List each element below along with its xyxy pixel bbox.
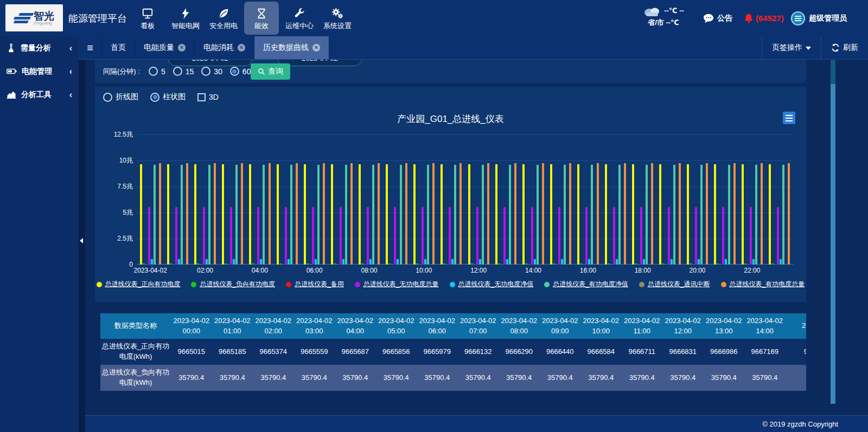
legend-item-总进线仪表_无功电度总量[interactable]: 总进线仪表_无功电度总量 — [355, 280, 439, 289]
area-chart-icon — [7, 91, 16, 99]
alarm-button[interactable]: (64527) — [744, 0, 784, 36]
bar-总进线仪表_有功电度总量 — [624, 163, 626, 265]
tab-首页[interactable]: 首页 — [102, 36, 135, 59]
search-button[interactable]: 查询 — [251, 63, 290, 80]
bar-总进线仪表_正向有功电度 — [222, 164, 224, 265]
table-header-time: 2023-04-0210:00 — [580, 313, 622, 339]
sidebar-collapse-handle[interactable] — [80, 238, 83, 243]
bar-总进线仪表_正向有功电度 — [550, 164, 552, 265]
legend-item-总进线仪表_负向有功电度[interactable]: 总进线仪表_负向有功电度 — [191, 280, 275, 289]
bar-总进线仪表_无功电度净值 — [588, 259, 590, 265]
bar-总进线仪表_无功电度总量 — [695, 207, 697, 265]
chevron-left-icon: ‹ — [69, 67, 72, 76]
nav-item-system-settings[interactable]: 系统设置 — [320, 0, 355, 36]
bar-总进线仪表_无功电度总量 — [585, 207, 588, 265]
bar-总进线仪表_有功电度净值 — [208, 165, 210, 265]
gears-icon — [331, 8, 343, 20]
tab-历史数据曲线[interactable]: 历史数据曲线✕ — [254, 36, 329, 59]
refresh-label: 刷新 — [843, 43, 858, 53]
bar-总进线仪表_负向有功电度 — [388, 263, 391, 265]
end-date-input[interactable]: 2023-04-02 — [278, 60, 362, 66]
bar-总进线仪表_无功电度总量 — [367, 207, 369, 265]
tab-电能质量[interactable]: 电能质量✕ — [135, 36, 195, 59]
sidebar-item-analysis-tools[interactable]: 分析工具‹ — [0, 83, 79, 106]
sidebar-item-demand-analysis[interactable]: 需量分析‹ — [0, 36, 79, 60]
chart-y-axis: 02.5兆5兆7.5兆10兆12.5兆 — [95, 134, 133, 265]
table-header-time: 2023-04-0206:00 — [417, 313, 458, 339]
bar-总进线仪表_有功电度总量 — [597, 163, 599, 265]
interval-radio-5[interactable]: 5 — [149, 67, 165, 76]
bar-总进线仪表_无功电度总量 — [175, 207, 177, 265]
refresh-button[interactable]: 刷新 — [821, 36, 868, 59]
chart-context-menu-button[interactable] — [783, 112, 795, 124]
interval-radio-60[interactable]: 60 — [230, 67, 251, 76]
legend-label: 总进线仪表_无功电度总量 — [363, 280, 439, 289]
bar-总进线仪表_负向有功电度 — [690, 263, 692, 265]
nav-item-energy-efficiency[interactable]: 能效 — [244, 2, 279, 35]
tab-电能消耗[interactable]: 电能消耗✕ — [195, 36, 254, 59]
table-header-time: 2023-04-0214:00 — [744, 313, 786, 339]
sidebar-item-energy-management[interactable]: 电能管理‹ — [0, 60, 79, 83]
vertical-scrollbar[interactable] — [831, 60, 835, 404]
legend-dot-icon — [721, 282, 726, 287]
table-cell-value: 35790.4 — [253, 365, 294, 391]
chart-panel: 折线图 柱状图 3D 产业园_G01_总进线_仪表 02.5兆5兆7.5兆10兆… — [95, 87, 806, 302]
bar-总进线仪表_无功电度总量 — [476, 207, 478, 265]
bar-总进线仪表_负向有功电度 — [608, 263, 610, 265]
chart-legend: 总进线仪表_正向有功电度总进线仪表_负向有功电度总进线仪表_备用总进线仪表_无功… — [95, 280, 806, 289]
legend-label: 总进线仪表_正向有功电度 — [105, 280, 181, 289]
nav-item-safe-power[interactable]: 安全用电 — [206, 0, 241, 36]
weather-widget: --℃ -- 省/市 --℃ — [634, 4, 693, 29]
x-axis-tick: 14:00 — [509, 267, 558, 274]
interval-radio-15[interactable]: 15 — [173, 67, 194, 76]
legend-item-总进线仪表_有功电度净值[interactable]: 总进线仪表_有功电度净值 — [544, 280, 628, 289]
table-header-time: 2023-04-0204:00 — [335, 313, 376, 339]
tab-menu-icon[interactable]: ≡ — [79, 36, 102, 59]
interval-value: 60 — [242, 67, 251, 76]
table-header-time: 2023-04-0208:00 — [499, 313, 540, 339]
legend-item-总进线仪表_有功电度总量[interactable]: 总进线仪表_有功电度总量 — [721, 280, 805, 289]
bar-总进线仪表_有功电度总量 — [706, 163, 708, 265]
legend-item-总进线仪表_备用[interactable]: 总进线仪表_备用 — [286, 280, 344, 289]
interval-radio-30[interactable]: 30 — [201, 67, 222, 76]
x-axis-tick: 02:00 — [181, 267, 229, 274]
table-cell-value-clipped: 9 — [786, 339, 807, 365]
table-cell-value: 35790.4 — [294, 365, 335, 391]
tab-operations-button[interactable]: 页签操作 — [762, 36, 821, 59]
bar-总进线仪表_负向有功电度 — [279, 263, 282, 265]
legend-item-总进线仪表_正向有功电度[interactable]: 总进线仪表_正向有功电度 — [97, 280, 181, 289]
bar-总进线仪表_有功电度净值 — [317, 165, 320, 265]
bar-总进线仪表_无功电度净值 — [616, 259, 618, 265]
announcement-button[interactable]: 公告 — [703, 0, 732, 36]
battery-icon — [7, 67, 17, 75]
table-cell-value: 9666584 — [580, 339, 622, 365]
legend-item-总进线仪表_无功电度净值[interactable]: 总进线仪表_无功电度净值 — [450, 280, 534, 289]
bar-总进线仪表_负向有功电度 — [307, 263, 309, 265]
bar-总进线仪表_正向有功电度 — [659, 164, 661, 265]
interval-value: 5 — [161, 67, 165, 76]
tab-close-icon[interactable]: ✕ — [312, 44, 320, 51]
threed-checkbox[interactable]: 3D — [197, 93, 219, 101]
line-chart-radio[interactable]: 折线图 — [103, 92, 138, 102]
line-chart-label: 折线图 — [116, 92, 138, 102]
nav-item-smart-grid[interactable]: 智能电网 — [168, 0, 203, 36]
tab-close-icon[interactable]: ✕ — [178, 44, 186, 51]
bar-总进线仪表_无功电度净值 — [342, 259, 344, 265]
tab-close-icon[interactable]: ✕ — [238, 44, 245, 51]
user-menu[interactable]: 超级管理员 — [791, 0, 847, 36]
y-axis-tick: 5兆 — [123, 208, 133, 217]
nav-item-ops-center[interactable]: 运维中心 — [282, 0, 317, 36]
bar-总进线仪表_无功电度净值 — [506, 259, 508, 265]
x-axis-tick: 04:00 — [235, 267, 284, 274]
bar-chart-radio[interactable]: 柱状图 — [150, 92, 186, 102]
bar-总进线仪表_正向有功电度 — [304, 164, 306, 265]
bar-总进线仪表_无功电度净值 — [260, 259, 262, 265]
table-header-time: 2023-04-0207:00 — [458, 313, 499, 339]
bar-总进线仪表_有功电度总量 — [350, 163, 353, 265]
legend-item-总进线仪表_通讯中断[interactable]: 总进线仪表_通讯中断 — [639, 280, 710, 289]
scrollbar-thumb[interactable] — [831, 60, 835, 84]
bar-总进线仪表_负向有功电度 — [334, 263, 336, 265]
nav-item-dashboard[interactable]: 看板 — [130, 0, 165, 36]
bar-总进线仪表_负向有功电度 — [635, 263, 637, 265]
nav-item-label: 能效 — [254, 21, 269, 31]
